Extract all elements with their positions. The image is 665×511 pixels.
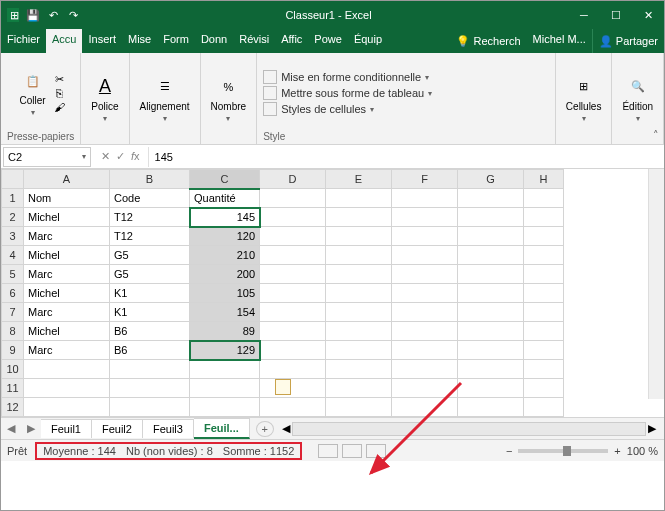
row-header[interactable]: 11: [2, 379, 24, 398]
group-styles: Mise en forme conditionnelle ▾ Mettre so…: [257, 53, 556, 144]
paste-button[interactable]: 📋 Coller ▾: [16, 67, 50, 119]
cells-button[interactable]: ⊞Cellules▾: [562, 73, 606, 125]
row-header[interactable]: 4: [2, 246, 24, 265]
row-header[interactable]: 12: [2, 398, 24, 417]
group-number: %Nombre▾: [201, 53, 258, 144]
zoom-slider[interactable]: [518, 449, 608, 453]
sheet-tab[interactable]: Feuil...: [194, 418, 250, 439]
sheet-nav-next[interactable]: ▶: [21, 422, 41, 435]
vertical-scrollbar[interactable]: [648, 169, 664, 399]
status-ready: Prêt: [7, 445, 27, 457]
tab-layout[interactable]: Mise: [122, 29, 157, 53]
zoom-level[interactable]: 100 %: [627, 445, 658, 457]
sheet-tab[interactable]: Feuil2: [92, 419, 143, 438]
alignment-button[interactable]: ☰Alignement▾: [136, 73, 194, 125]
fx-icon[interactable]: fx: [131, 150, 140, 163]
scroll-left-icon[interactable]: ◀: [282, 422, 290, 435]
row-header[interactable]: 2: [2, 208, 24, 227]
number-button[interactable]: %Nombre▾: [207, 73, 251, 125]
row-header[interactable]: 5: [2, 265, 24, 284]
group-editing: 🔍Édition▾ ˄: [612, 53, 664, 144]
cond-format-icon: [263, 70, 277, 84]
row-header[interactable]: 3: [2, 227, 24, 246]
col-header[interactable]: D: [260, 170, 326, 189]
tab-home[interactable]: Accu: [46, 29, 82, 53]
tab-review[interactable]: Révisi: [233, 29, 275, 53]
view-pagebreak-icon[interactable]: [366, 444, 386, 458]
row-header[interactable]: 1: [2, 189, 24, 208]
col-header[interactable]: G: [458, 170, 524, 189]
tab-file[interactable]: Fichier: [1, 29, 46, 53]
tab-data[interactable]: Donn: [195, 29, 233, 53]
scroll-right-icon[interactable]: ▶: [648, 422, 656, 435]
share-icon: 👤: [599, 35, 613, 48]
find-icon: 🔍: [626, 75, 650, 99]
undo-icon[interactable]: ↶: [47, 9, 59, 21]
format-painter-icon[interactable]: 🖌: [54, 101, 66, 113]
tab-power[interactable]: Powe: [308, 29, 348, 53]
paste-options-icon[interactable]: [275, 379, 291, 395]
save-icon[interactable]: 💾: [27, 9, 39, 21]
font-button[interactable]: APolice▾: [87, 73, 122, 125]
zoom-out-icon[interactable]: −: [506, 445, 512, 457]
tell-me-search[interactable]: 💡Recherch: [450, 29, 527, 53]
font-icon: A: [93, 75, 117, 99]
horizontal-scrollbar[interactable]: [292, 422, 646, 436]
percent-icon: %: [216, 75, 240, 99]
sheet-tab[interactable]: Feuil3: [143, 419, 194, 438]
editing-button[interactable]: 🔍Édition▾: [618, 73, 657, 125]
select-all-corner[interactable]: [2, 170, 24, 189]
row-header[interactable]: 9: [2, 341, 24, 360]
table-icon: [263, 86, 277, 100]
status-aggregates: Moyenne : 144 Nb (non vides) : 8 Somme :…: [35, 442, 302, 460]
zoom-in-icon[interactable]: +: [614, 445, 620, 457]
tab-team[interactable]: Équip: [348, 29, 388, 53]
minimize-icon[interactable]: ─: [578, 9, 590, 21]
group-clipboard: 📋 Coller ▾ ✂ ⎘ 🖌 Presse-papiers: [1, 53, 81, 144]
status-sum: Somme : 1152: [223, 445, 295, 457]
tab-insert[interactable]: Insert: [82, 29, 122, 53]
excel-icon: ⊞: [7, 9, 19, 21]
add-sheet-button[interactable]: +: [256, 421, 274, 437]
view-normal-icon[interactable]: [318, 444, 338, 458]
format-table-button[interactable]: Mettre sous forme de tableau ▾: [263, 86, 432, 100]
cancel-formula-icon[interactable]: ✕: [101, 150, 110, 163]
status-count: Nb (non vides) : 8: [126, 445, 213, 457]
status-average: Moyenne : 144: [43, 445, 116, 457]
col-header[interactable]: C: [190, 170, 260, 189]
maximize-icon[interactable]: ☐: [610, 9, 622, 21]
col-header[interactable]: B: [110, 170, 190, 189]
group-cells: ⊞Cellules▾: [556, 53, 613, 144]
view-layout-icon[interactable]: [342, 444, 362, 458]
row-header[interactable]: 8: [2, 322, 24, 341]
copy-icon[interactable]: ⎘: [54, 87, 66, 99]
redo-icon[interactable]: ↷: [67, 9, 79, 21]
row-header[interactable]: 6: [2, 284, 24, 303]
tab-view[interactable]: Affic: [275, 29, 308, 53]
group-font: APolice▾: [81, 53, 129, 144]
svg-text:⊞: ⊞: [10, 9, 19, 21]
sheet-tab[interactable]: Feuil1: [41, 419, 92, 438]
enter-formula-icon[interactable]: ✓: [116, 150, 125, 163]
paste-icon: 📋: [21, 69, 45, 93]
share-button[interactable]: 👤Partager: [592, 29, 664, 53]
cell-styles-icon: [263, 102, 277, 116]
cond-format-button[interactable]: Mise en forme conditionnelle ▾: [263, 70, 432, 84]
cells-icon: ⊞: [572, 75, 596, 99]
tab-formulas[interactable]: Form: [157, 29, 195, 53]
col-header[interactable]: F: [392, 170, 458, 189]
cut-icon[interactable]: ✂: [54, 73, 66, 85]
col-header[interactable]: A: [24, 170, 110, 189]
collapse-ribbon-icon[interactable]: ˄: [653, 129, 659, 142]
formula-bar[interactable]: 145: [148, 147, 664, 167]
name-box[interactable]: C2▾: [3, 147, 91, 167]
user-name[interactable]: Michel M...: [527, 29, 592, 53]
col-header[interactable]: H: [524, 170, 564, 189]
row-header[interactable]: 10: [2, 360, 24, 379]
col-header[interactable]: E: [326, 170, 392, 189]
sheet-nav-prev[interactable]: ◀: [1, 422, 21, 435]
row-header[interactable]: 7: [2, 303, 24, 322]
cell-styles-button[interactable]: Styles de cellules ▾: [263, 102, 432, 116]
bulb-icon: 💡: [456, 35, 470, 48]
close-icon[interactable]: ✕: [642, 9, 654, 21]
